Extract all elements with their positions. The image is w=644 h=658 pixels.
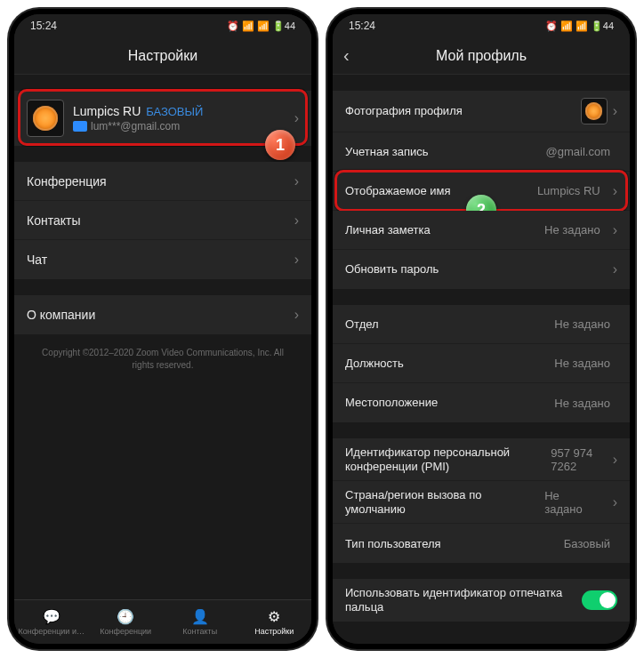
row-label: Учетная запись bbox=[345, 145, 429, 159]
phone-left: 15:24 ⏰ 📶 📶 🔋44 Настройки Lumpics RU БАЗ… bbox=[9, 9, 317, 649]
chevron-right-icon: › bbox=[294, 110, 299, 126]
row-label: Отдел bbox=[345, 317, 379, 332]
status-bar: 15:24 ⏰ 📶 📶 🔋44 bbox=[14, 14, 311, 37]
row-g3-2: Тип пользователяБазовый bbox=[333, 524, 630, 563]
avatar bbox=[581, 98, 608, 124]
content-left: Lumpics RU БАЗОВЫЙ lum***@gmail.com › 1 bbox=[14, 75, 311, 599]
row-g1-2[interactable]: Отображаемое имяLumpics RU›2 bbox=[333, 172, 630, 211]
row-label: О компании bbox=[27, 308, 95, 322]
row-label: Конференция bbox=[27, 174, 107, 189]
row-label: Обновить пароль bbox=[345, 262, 439, 277]
nav-label: Конференции и… bbox=[19, 627, 85, 636]
row-g3-0[interactable]: Идентификатор персональной конференции (… bbox=[333, 438, 630, 481]
row-label: Идентификатор персональной конференции (… bbox=[345, 445, 551, 473]
screen-left: 15:24 ⏰ 📶 📶 🔋44 Настройки Lumpics RU БАЗ… bbox=[14, 14, 311, 644]
status-time: 15:24 bbox=[349, 20, 375, 32]
row-value: Не задано bbox=[554, 317, 610, 331]
bottom-nav: 💬 Конференции и… 🕘 Конференции 👤 Контакт… bbox=[14, 599, 311, 644]
orange-icon bbox=[585, 102, 603, 120]
row-g1-1: Учетная запись@gmail.com bbox=[333, 132, 630, 172]
chevron-right-icon: › bbox=[613, 103, 617, 119]
row-g2-0: ОтделНе задано bbox=[333, 305, 630, 344]
nav-label: Контакты bbox=[182, 627, 217, 636]
nav-label: Настройки bbox=[254, 627, 294, 636]
status-time: 15:24 bbox=[30, 20, 57, 32]
clock-icon: 🕘 bbox=[117, 608, 134, 625]
profile-email: lum***@gmail.com bbox=[91, 120, 180, 132]
zoom-icon bbox=[73, 121, 87, 132]
content-right: Фотография профиля›Учетная запись@gmail.… bbox=[333, 75, 630, 644]
nav-contacts[interactable]: 👤 Контакты bbox=[163, 600, 237, 644]
row-label: Личная заметка bbox=[345, 223, 431, 237]
row-g2-1: ДолжностьНе задано bbox=[333, 344, 630, 383]
row-conference[interactable]: Конференция › bbox=[14, 162, 311, 201]
row-fingerprint[interactable]: Использовать идентификатор отпечатка пал… bbox=[333, 579, 630, 621]
row-chat[interactable]: Чат › bbox=[14, 240, 311, 279]
row-g3-1[interactable]: Страна/регион вызова по умолчаниюНе зада… bbox=[333, 481, 630, 524]
phone-right: 15:24 ⏰ 📶 📶 🔋44 ‹ Мой профиль Фотография… bbox=[327, 9, 635, 649]
toggle-fingerprint[interactable] bbox=[582, 590, 617, 610]
row-value: Не задано bbox=[554, 397, 610, 410]
status-icons: ⏰ 📶 📶 🔋44 bbox=[227, 20, 295, 32]
row-value: @gmail.com bbox=[546, 145, 610, 158]
row-label: Местоположение bbox=[345, 396, 438, 410]
page-title: Мой профиль bbox=[436, 48, 527, 64]
nav-meet-chat[interactable]: 💬 Конференции и… bbox=[14, 600, 89, 644]
row-label: Контакты bbox=[27, 213, 80, 228]
row-g1-3[interactable]: Личная заметкаНе задано› bbox=[333, 211, 630, 250]
row-g1-4[interactable]: Обновить пароль› bbox=[333, 250, 630, 289]
row-value: 957 974 7262 bbox=[551, 446, 600, 473]
row-value: Не задано bbox=[544, 223, 600, 237]
row-value: Lumpics RU bbox=[537, 184, 600, 197]
row-label: Чат bbox=[27, 253, 47, 267]
chevron-right-icon: › bbox=[613, 183, 617, 199]
profile-text: Lumpics RU БАЗОВЫЙ lum***@gmail.com bbox=[73, 104, 286, 132]
row-value: Не задано bbox=[554, 357, 610, 370]
header-right: ‹ Мой профиль bbox=[333, 37, 630, 75]
nav-conferences[interactable]: 🕘 Конференции bbox=[89, 600, 164, 644]
orange-icon bbox=[33, 106, 58, 131]
status-bar: 15:24 ⏰ 📶 📶 🔋44 bbox=[333, 14, 630, 37]
screen-right: 15:24 ⏰ 📶 📶 🔋44 ‹ Мой профиль Фотография… bbox=[333, 14, 630, 644]
gear-icon: ⚙ bbox=[268, 608, 280, 625]
copyright: Copyright ©2012–2020 Zoom Video Communic… bbox=[14, 334, 311, 384]
row-g2-2: МестоположениеНе задано bbox=[333, 383, 630, 422]
row-label: Отображаемое имя bbox=[345, 184, 450, 198]
header-left: Настройки bbox=[14, 37, 311, 75]
chevron-right-icon: › bbox=[613, 494, 617, 510]
chevron-right-icon: › bbox=[613, 222, 617, 238]
person-icon: 👤 bbox=[191, 608, 209, 625]
row-label: Должность bbox=[345, 357, 404, 371]
chevron-right-icon: › bbox=[294, 307, 299, 323]
chevron-right-icon: › bbox=[613, 452, 617, 468]
row-g1-0[interactable]: Фотография профиля› bbox=[333, 91, 630, 132]
row-contacts[interactable]: Контакты › bbox=[14, 201, 311, 240]
row-label: Использовать идентификатор отпечатка пал… bbox=[345, 586, 582, 614]
row-label: Фотография профиля bbox=[345, 104, 463, 118]
row-value: Не задано bbox=[544, 489, 600, 516]
avatar bbox=[27, 100, 64, 137]
back-button[interactable]: ‹ bbox=[343, 45, 350, 66]
status-icons: ⏰ 📶 📶 🔋44 bbox=[545, 20, 614, 32]
nav-label: Конференции bbox=[100, 627, 151, 636]
marker-1: 1 bbox=[265, 130, 295, 160]
row-label: Страна/регион вызова по умолчанию bbox=[345, 488, 544, 516]
chevron-right-icon: › bbox=[613, 261, 617, 277]
profile-plan: БАЗОВЫЙ bbox=[146, 105, 203, 118]
chevron-right-icon: › bbox=[294, 213, 299, 229]
chat-icon: 💬 bbox=[43, 608, 60, 625]
page-title: Настройки bbox=[128, 48, 197, 64]
chevron-right-icon: › bbox=[294, 173, 299, 189]
chevron-right-icon: › bbox=[294, 252, 299, 268]
nav-settings[interactable]: ⚙ Настройки bbox=[237, 600, 312, 644]
row-value: Базовый bbox=[564, 537, 610, 550]
row-label: Тип пользователя bbox=[345, 537, 441, 551]
profile-name: Lumpics RU bbox=[73, 104, 141, 118]
row-about[interactable]: О компании › bbox=[14, 295, 311, 334]
